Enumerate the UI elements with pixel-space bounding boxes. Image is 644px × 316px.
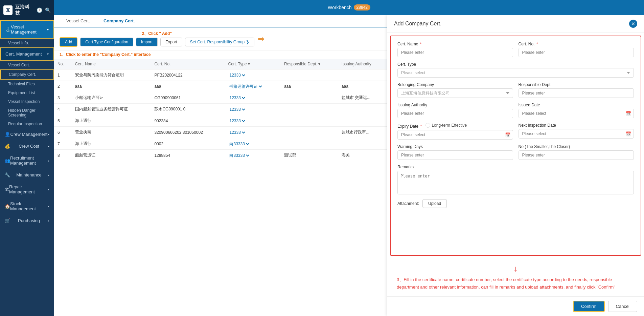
tab-vessel-cert[interactable]: Vessel Cert. (60, 15, 97, 27)
cell-no: 3 (54, 92, 72, 104)
sidebar-item-technical-files[interactable]: Technical Files (0, 80, 54, 88)
responsible-dept-label: Responsible Dept. (519, 82, 634, 87)
issuing-authority-input[interactable] (397, 109, 513, 118)
sidebar-item-equipment-list[interactable]: Equipment List (0, 88, 54, 97)
attachment-label: Attachment: (397, 201, 419, 206)
import-button[interactable]: Import (136, 38, 158, 46)
history-icon[interactable]: 🕑 (37, 7, 42, 13)
sidebar-item-hidden-danger[interactable]: Hidden Danger Screening (0, 106, 54, 120)
cell-cert-type[interactable]: 12333 (225, 127, 280, 138)
sidebar: 互 互海科技 🕑 🔍 ⚓ Vessel Management ▾ Vessel … (0, 0, 54, 316)
cell-cert-type[interactable]: 12333 (225, 104, 280, 115)
form-row-1: Cert. Name * Cert. No. * (397, 42, 634, 57)
next-inspection-input[interactable] (519, 129, 634, 139)
modal-panel: Add Company Cert. ✕ Cert. Name * (387, 15, 644, 316)
cell-cert-type[interactable]: 向33333 (225, 138, 280, 150)
cell-no: 8 (54, 150, 72, 161)
remarks-textarea[interactable] (397, 171, 634, 194)
cert-type-select[interactable]: Please select (397, 68, 634, 78)
sidebar-item-recruitment[interactable]: 👥 Recruitment Management ▸ (0, 152, 54, 169)
cell-cert-no: 1288854 (151, 150, 225, 161)
col-cert-no: Cert. No. (151, 59, 225, 69)
sidebar-item-company-cert[interactable]: Company Cert. (0, 69, 54, 80)
cell-cert-name: 安全与防污染能力符合证明 (72, 69, 151, 81)
add-button[interactable]: Add (60, 37, 77, 47)
cell-issuing (338, 69, 387, 81)
chevron-right-icon: ▸ (48, 188, 49, 191)
table-row: 1 安全与防污染能力符合证明 PFB202004122 12333 (54, 69, 387, 81)
sidebar-item-cert-management[interactable]: Cert. Management ▾ (0, 47, 54, 61)
table-row: 3 小船运输许可证 CG090900061 12333 盐城市 交通运... (54, 92, 387, 104)
chevron-right-icon: ▸ (48, 219, 49, 223)
form-group-issued-date: Issued Date 📅 (519, 103, 634, 118)
warning-days-input[interactable] (397, 150, 513, 160)
next-inspection-wrap: 📅 (519, 129, 634, 139)
cell-no: 1 (54, 69, 72, 81)
chevron-right-icon: ▸ (48, 132, 49, 136)
expiry-date-label: Expiry Date * Long-term Effective (397, 123, 513, 129)
confirm-button[interactable]: Confirm (573, 301, 605, 312)
modal-footer: Confirm Cancel (387, 296, 644, 316)
cell-cert-type[interactable]: 12333 (225, 115, 280, 127)
cell-dept: aaa (281, 81, 338, 92)
sidebar-item-vessel-management[interactable]: ⚓ Vessel Management ▾ (0, 20, 54, 39)
search-icon[interactable]: 🔍 (45, 7, 51, 13)
left-panel: Vessel Cert. Company Cert. 2、Click " Add… (54, 15, 387, 316)
cell-cert-type[interactable]: 12333 (225, 69, 280, 81)
sidebar-item-vessel-info[interactable]: Vessel Info. (0, 39, 54, 47)
form-row-issuing: Issuing Authority Issued Date 📅 (397, 103, 634, 118)
sidebar-item-vessel-inspection[interactable]: Vessel Inspection (0, 97, 54, 106)
table-row: 5 海上通行 902384 12333 (54, 115, 387, 127)
sidebar-item-maintenance[interactable]: 🔧 Maintenance ▸ (0, 169, 54, 181)
sidebar-item-crew-cost[interactable]: 💰 Crew Cost ▸ (0, 140, 54, 152)
form-group-warning-days: Warning Days (397, 144, 513, 160)
cell-cert-type[interactable]: 向33333 (225, 150, 280, 161)
col-no: No. (54, 59, 72, 69)
no-smaller-label: No.(The Smaller,The Closer) (519, 144, 634, 149)
long-term-checkbox-group: Long-term Effective (426, 123, 467, 128)
sidebar-item-regular-inspection[interactable]: Regular Inspection (0, 120, 54, 128)
sidebar-item-stock[interactable]: 🏠 Stock Management ▸ (0, 198, 54, 215)
form-group-cert-name: Cert. Name * (397, 42, 513, 57)
expiry-date-wrap: 📅 (397, 130, 513, 140)
belonging-company-select[interactable]: 上海互海信息科技有限公司 (397, 88, 513, 98)
cert-no-input[interactable] (519, 48, 634, 57)
step3-instruction: 3、Fill in the certificate name, certific… (397, 276, 635, 291)
cell-dept (281, 92, 338, 104)
cell-cert-type[interactable]: 12333 (225, 92, 280, 104)
col-issuing-authority: Issuing Authority (338, 59, 387, 69)
issuing-authority-label: Issuing Authority (397, 103, 513, 107)
sidebar-item-crew-management[interactable]: 👤 Crew Management ▸ (0, 128, 54, 140)
cell-cert-type[interactable]: 书路运输许可证 (225, 81, 280, 92)
export-button[interactable]: Export (160, 38, 182, 46)
cert-type-config-button[interactable]: Cert.Type Configuration (80, 38, 133, 46)
form-group-next-inspection: Next Inspection Date 📅 (519, 123, 634, 140)
cert-name-input[interactable] (397, 48, 513, 57)
tab-company-cert[interactable]: Company Cert. (97, 15, 141, 27)
close-button[interactable]: ✕ (629, 20, 637, 28)
expiry-date-input[interactable] (397, 130, 513, 140)
cell-no: 5 (54, 115, 72, 127)
issued-date-input[interactable] (519, 109, 634, 118)
cell-issuing: 盐城市 交通运... (338, 92, 387, 104)
table-row: 7 海上通行 0002 向33333 (54, 138, 387, 150)
upload-button[interactable]: Upload (422, 199, 447, 208)
chevron-down-icon: ▾ (47, 28, 49, 31)
step1-label: 1、Click to enter the "Company Cert." int… (54, 50, 387, 59)
sidebar-item-vessel-cert[interactable]: Vessel Cert. (0, 61, 54, 69)
responsible-dept-input[interactable] (519, 88, 634, 98)
sidebar-item-purchasing[interactable]: 🛒 Purchasing ▸ (0, 215, 54, 227)
cancel-button[interactable]: Cancel (608, 301, 637, 312)
content-area: Vessel Cert. Company Cert. 2、Click " Add… (54, 15, 644, 316)
chevron-right-icon: ▸ (48, 159, 49, 163)
cell-dept (281, 127, 338, 138)
sidebar-item-repair[interactable]: 🛠 Repair Management ▸ (0, 181, 54, 198)
form-row-cert-type: Cert. Type Please select (397, 62, 634, 78)
set-cert-button[interactable]: Set Cert. Responsibility Group ❯ (185, 38, 254, 46)
cell-cert-no: 320900666202 301050002 (151, 127, 225, 138)
cell-cert-no: 苏水CG090001 0 (151, 104, 225, 115)
no-smaller-input[interactable] (519, 150, 634, 160)
cell-cert-no: 902384 (151, 115, 225, 127)
long-term-radio[interactable] (426, 123, 430, 128)
cell-no: 6 (54, 127, 72, 138)
